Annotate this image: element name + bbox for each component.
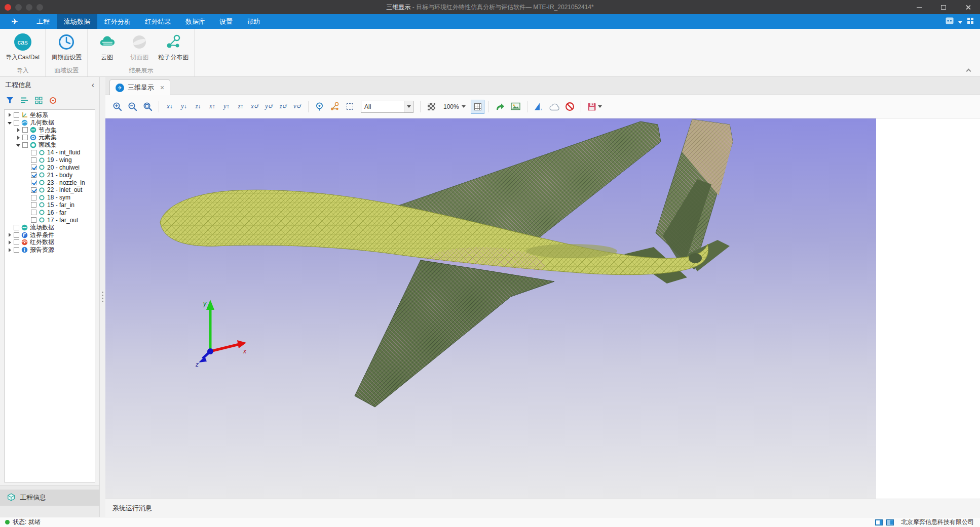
dropdown-caret-icon[interactable]: [958, 18, 962, 25]
panel-layout-icon-1[interactable]: [875, 519, 883, 525]
panel-splitter[interactable]: [100, 77, 105, 517]
panel-collapse-button[interactable]: ‹: [92, 81, 94, 89]
tree-checkbox[interactable]: [14, 225, 19, 230]
toolbar-view-x-neg-button[interactable]: x↓: [163, 100, 176, 114]
titlebar-dot-icon-2[interactable]: [26, 4, 32, 11]
expander-collapsed-icon[interactable]: [7, 247, 13, 253]
display-filter-combo[interactable]: All: [361, 101, 413, 113]
share-export-button[interactable]: [493, 100, 507, 114]
toolbar-view-y-neg-button[interactable]: y↓: [177, 100, 191, 114]
menu-tab-project[interactable]: 工程: [29, 14, 57, 29]
probe-location-button[interactable]: [313, 100, 326, 114]
tree-checkbox[interactable]: [14, 247, 19, 253]
expander-expanded-icon[interactable]: [15, 142, 21, 148]
maximize-button[interactable]: [931, 0, 956, 14]
menu-tab-ir-results[interactable]: 红外结果: [138, 14, 178, 29]
mirror-button[interactable]: [532, 100, 545, 114]
expander-expanded-icon[interactable]: [7, 119, 13, 126]
tree-item-infrared-data[interactable]: 红外数据: [5, 239, 95, 247]
particles-display-button[interactable]: [328, 100, 342, 114]
toolbar-rotate-y-button[interactable]: y↺: [262, 100, 276, 114]
tree-checkbox[interactable]: [31, 202, 36, 208]
tree-item-face-19[interactable]: 19 - wing: [5, 156, 95, 164]
zoom-level-dropdown[interactable]: 100%: [440, 100, 469, 113]
save-image-button[interactable]: [585, 100, 604, 114]
ribbon-button-import-cas-dat[interactable]: cas导入Cas/Dat: [3, 32, 42, 62]
menu-tab-database[interactable]: 数据库: [178, 14, 212, 29]
snapshot-button[interactable]: [509, 100, 523, 114]
tree-item-face-18[interactable]: 18 - sym: [5, 194, 95, 201]
titlebar-red-dot-icon[interactable]: [5, 4, 11, 11]
titlebar-dot-icon-3[interactable]: [36, 4, 43, 11]
minimize-button[interactable]: [907, 0, 931, 14]
ribbon-button-slice-map[interactable]: 切面图: [123, 32, 156, 62]
panel-layout-icon-2[interactable]: [886, 519, 894, 525]
tree-item-face-set[interactable]: 面线集: [5, 141, 95, 149]
filter-funnel-icon[interactable]: [6, 97, 14, 104]
style-switch-icon[interactable]: [946, 17, 954, 26]
menu-tab-settings[interactable]: 设置: [212, 14, 240, 29]
titlebar-dot-icon-1[interactable]: [15, 4, 22, 11]
tab-3d-display[interactable]: ✈ 三维显示 ×: [109, 79, 170, 95]
zoom-in-button[interactable]: [110, 100, 124, 114]
texture-pattern-button[interactable]: [425, 100, 438, 114]
cloud-display-button[interactable]: [547, 100, 561, 114]
toolbar-view-z-pos-button[interactable]: z↑: [234, 100, 247, 114]
tree-item-element-set[interactable]: 元素集: [5, 134, 95, 141]
tree-item-face-16[interactable]: 16 - far: [5, 209, 95, 216]
ribbon-button-contour-map[interactable]: 云图: [91, 32, 123, 62]
tree-item-report-resources[interactable]: 报告资源: [5, 246, 95, 254]
mesh-grid-toggle[interactable]: [471, 100, 484, 114]
toolbar-rotate-free-button[interactable]: v↺: [291, 100, 304, 114]
toolbar-rotate-x-button[interactable]: x↺: [248, 100, 261, 114]
combo-dropdown-button[interactable]: [404, 101, 413, 112]
tree-checkbox[interactable]: [31, 210, 36, 215]
target-locate-icon[interactable]: [49, 97, 57, 104]
ribbon-button-particle-distribution[interactable]: 粒子分布图: [156, 32, 191, 62]
tree-item-face-17[interactable]: 17 - far_out: [5, 216, 95, 224]
tree-checkbox[interactable]: [31, 217, 36, 223]
tree-item-face-14[interactable]: 14 - int_fluid: [5, 149, 95, 156]
tree-checkbox[interactable]: [31, 187, 36, 193]
tree-checkbox[interactable]: [14, 232, 19, 238]
zoom-fit-button[interactable]: [141, 100, 155, 114]
menu-tab-flow-data[interactable]: 流场数据: [57, 14, 97, 29]
expander-collapsed-icon[interactable]: [7, 232, 13, 238]
tree-item-face-21[interactable]: 21 - body: [5, 171, 95, 179]
tree-checkbox[interactable]: [14, 120, 19, 126]
expander-collapsed-icon[interactable]: [7, 112, 13, 118]
tree-item-coord-system[interactable]: 坐标系: [5, 111, 95, 119]
tree-checkbox[interactable]: [22, 135, 28, 140]
layout-grid-icon[interactable]: [967, 17, 974, 26]
box-select-button[interactable]: [343, 100, 357, 114]
grid-view-icon[interactable]: [35, 97, 43, 104]
tree-item-boundary-conditions[interactable]: 边界条件: [5, 231, 95, 239]
tab-close-icon[interactable]: ×: [160, 84, 164, 91]
dock-tab-project-info[interactable]: 工程信息: [0, 490, 99, 506]
tree-checkbox[interactable]: [31, 150, 36, 155]
tree-checkbox[interactable]: [22, 142, 28, 148]
tree-checkbox[interactable]: [31, 195, 36, 200]
tree-checkbox[interactable]: [14, 239, 19, 245]
toolbar-view-z-neg-button[interactable]: z↓: [192, 100, 205, 114]
render-canvas[interactable]: y x z: [105, 118, 876, 499]
list-view-icon[interactable]: [20, 97, 28, 104]
menu-tab-ir-analysis[interactable]: 红外分析: [97, 14, 138, 29]
toolbar-view-x-pos-button[interactable]: x↑: [206, 100, 219, 114]
tree-checkbox[interactable]: [22, 127, 28, 133]
tree-item-flow-data[interactable]: 流场数据: [5, 224, 95, 231]
tree-checkbox[interactable]: [31, 180, 36, 185]
toolbar-view-y-pos-button[interactable]: y↑: [220, 100, 233, 114]
cancel-render-button[interactable]: [563, 100, 577, 114]
ribbon-button-periodic-face-settings[interactable]: 周期面设置: [49, 32, 84, 62]
tree-checkbox[interactable]: [31, 157, 36, 163]
tree-checkbox[interactable]: [31, 165, 36, 170]
tree-item-geometry-data[interactable]: 几何数据: [5, 119, 95, 127]
menu-tab-help[interactable]: 帮助: [240, 14, 267, 29]
expander-collapsed-icon[interactable]: [7, 239, 13, 246]
expander-collapsed-icon[interactable]: [15, 127, 21, 133]
tree-item-node-set[interactable]: 节点集: [5, 127, 95, 134]
zoom-out-button[interactable]: [126, 100, 139, 114]
close-button[interactable]: [956, 0, 980, 14]
tree-checkbox[interactable]: [31, 172, 36, 178]
